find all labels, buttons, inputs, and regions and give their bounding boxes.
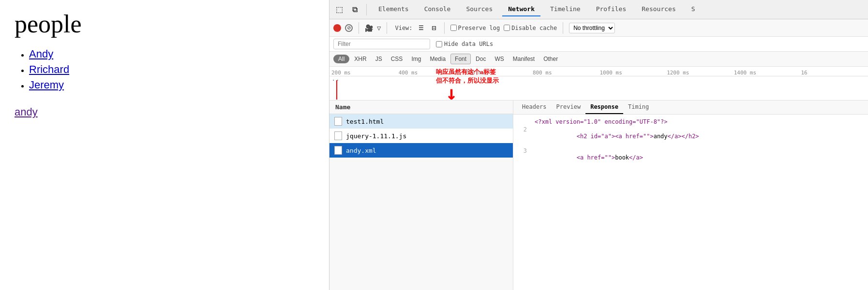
separator: [366, 4, 367, 15]
preserve-log-label[interactable]: Preserve log: [450, 25, 500, 31]
file-name: andy.xml: [346, 147, 376, 154]
file-item-jquery[interactable]: jquery-1.11.1.js: [329, 129, 513, 143]
tab-timing[interactable]: Timing: [623, 101, 654, 114]
andy-text[interactable]: andy: [15, 106, 314, 118]
tab-console[interactable]: Console: [419, 2, 457, 16]
timeline-ruler: 200 ms 400 ms 600 ms 800 ms 1000 ms 1200…: [329, 67, 868, 76]
tab-profiles[interactable]: Profiles: [590, 2, 632, 16]
file-icon: [334, 117, 342, 126]
tab-more[interactable]: S: [686, 2, 701, 16]
view-list-button[interactable]: ☰: [417, 24, 426, 32]
filter-media[interactable]: Media: [426, 54, 449, 64]
hide-data-urls-label[interactable]: Hide data URLs: [436, 41, 493, 47]
filter-font[interactable]: Font: [450, 54, 471, 64]
response-tabs: Headers Preview Response Timing: [513, 101, 868, 115]
timeline-dots: ··: [331, 76, 340, 84]
disable-cache-checkbox[interactable]: [504, 25, 510, 31]
ruler-end: 16: [801, 70, 868, 76]
list-item: Andy: [29, 48, 314, 60]
ruler-1200ms: 1200 ms: [667, 70, 734, 76]
tab-preview[interactable]: Preview: [552, 101, 586, 114]
timeline-area: 200 ms 400 ms 600 ms 800 ms 1000 ms 1200…: [329, 67, 868, 101]
tab-response[interactable]: Response: [585, 101, 623, 114]
file-name: test1.html: [346, 118, 384, 125]
filter-icon[interactable]: ▽: [377, 24, 381, 32]
tab-timeline[interactable]: Timeline: [544, 2, 586, 16]
view-label: View:: [395, 25, 412, 31]
file-item-andyxml[interactable]: andy.xml: [329, 143, 513, 158]
response-content: <?xml version="1.0" encoding="UTF-8"?> 2…: [513, 115, 868, 290]
file-list-header: Name: [329, 101, 513, 114]
tab-headers[interactable]: Headers: [517, 101, 552, 114]
left-panel: people Andy Rrichard Jeremy andy: [0, 0, 329, 290]
people-list: Andy Rrichard Jeremy: [15, 48, 314, 91]
throttle-select[interactable]: No throttling: [569, 23, 615, 33]
filter-doc[interactable]: Doc: [472, 54, 490, 64]
type-filters: All XHR JS CSS Img Media Font Doc WS Man…: [329, 52, 868, 67]
filter-other[interactable]: Other: [539, 54, 562, 64]
file-icon: [334, 131, 342, 140]
tab-network[interactable]: Network: [502, 2, 540, 16]
filter-bar: Hide data URLs: [329, 37, 868, 52]
network-toolbar: ⊘ 🎥 ▽ View: ☰ ⊟ Preserve log Disable cac…: [329, 19, 868, 37]
ruler-800ms: 800 ms: [533, 70, 600, 76]
filter-ws[interactable]: WS: [491, 54, 508, 64]
tab-sources[interactable]: Sources: [460, 2, 498, 16]
filter-manifest[interactable]: Manifest: [509, 54, 539, 64]
code-line-3: 3 <a href="">book</a>: [519, 147, 862, 168]
list-item: Rrichard: [29, 63, 314, 76]
ruler-1000ms: 1000 ms: [600, 70, 667, 76]
devtools-toolbar: ⬚ ⧉ Elements Console Sources Network Tim…: [329, 0, 868, 19]
rrichard-link[interactable]: Rrichard: [29, 63, 69, 75]
tab-elements[interactable]: Elements: [373, 2, 415, 16]
separator: [444, 22, 445, 34]
devtools-panel: ⬚ ⧉ Elements Console Sources Network Tim…: [329, 0, 868, 290]
bottom-panel: Name test1.html jquery-1.11.1.js andy.xm…: [329, 101, 868, 290]
device-icon[interactable]: ⧉: [349, 4, 360, 15]
clear-button[interactable]: ⊘: [345, 24, 353, 32]
filter-xhr[interactable]: XHR: [350, 54, 370, 64]
hide-data-urls-checkbox[interactable]: [436, 41, 442, 47]
filter-input[interactable]: [333, 39, 430, 49]
arrow-icon: ↓: [446, 83, 499, 101]
ruler-400ms: 400 ms: [399, 70, 466, 76]
ruler-600ms: 600 ms: [465, 70, 533, 76]
separator: [563, 22, 563, 34]
file-item-test1html[interactable]: test1.html: [329, 114, 513, 129]
separator: [387, 22, 387, 34]
page-title: people: [15, 10, 314, 38]
tab-resources[interactable]: Resources: [636, 2, 681, 16]
filter-js[interactable]: JS: [372, 54, 386, 64]
code-line-2: 2 <h2 id="a"><a href="">andy</a></h2>: [519, 126, 862, 146]
andy-link[interactable]: Andy: [29, 48, 53, 60]
record-button[interactable]: [333, 24, 341, 32]
pointer-icon[interactable]: ⬚: [333, 4, 345, 15]
filter-all[interactable]: All: [333, 55, 349, 63]
filter-img[interactable]: Img: [407, 54, 425, 64]
filter-css[interactable]: CSS: [387, 54, 407, 64]
file-icon: [334, 146, 342, 155]
preserve-log-checkbox[interactable]: [450, 25, 457, 31]
separator: [359, 22, 359, 34]
file-name: jquery-1.11.1.js: [346, 132, 406, 140]
response-panel: Headers Preview Response Timing <?xml ve…: [513, 101, 868, 290]
jeremy-link[interactable]: Jeremy: [29, 79, 64, 91]
view-group-button[interactable]: ⊟: [430, 24, 438, 32]
file-list-panel: Name test1.html jquery-1.11.1.js andy.xm…: [329, 101, 513, 290]
code-line-1: <?xml version="1.0" encoding="UTF-8"?>: [519, 118, 862, 125]
list-item: Jeremy: [29, 79, 314, 91]
ruler-1400ms: 1400 ms: [734, 70, 801, 76]
camera-icon[interactable]: 🎥: [365, 24, 373, 32]
timeline-bar: [336, 80, 337, 100]
ruler-200ms: 200 ms: [331, 70, 399, 76]
disable-cache-label[interactable]: Disable cache: [504, 25, 557, 31]
